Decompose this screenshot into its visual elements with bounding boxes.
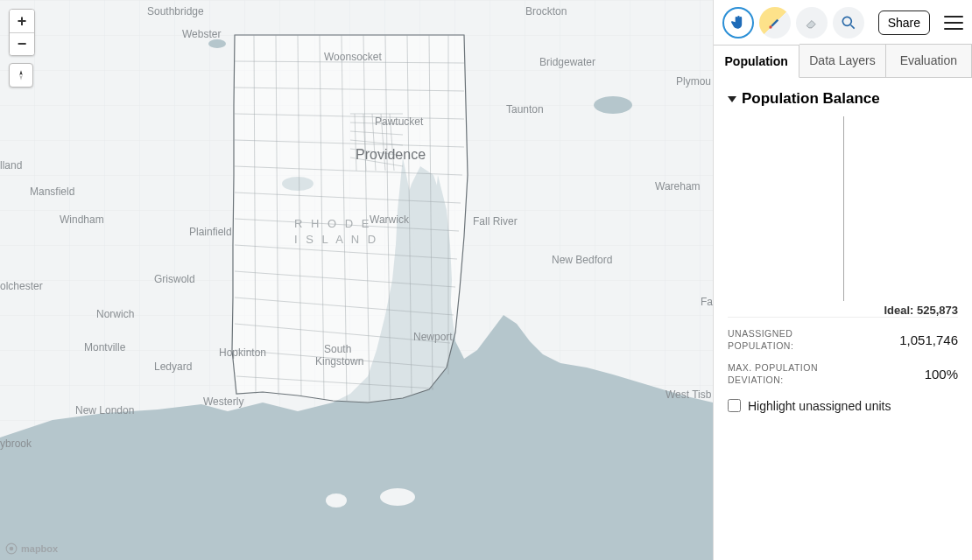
eraser-icon [803,14,821,32]
tab-evaluation[interactable]: Evaluation [886,44,972,77]
map-canvas [0,0,713,560]
stat-label: MAX. POPULATION DEVIATION: [728,362,850,386]
svg-point-3 [208,39,226,48]
compass-button[interactable] [9,63,33,88]
svg-point-5 [380,488,415,506]
stat-unassigned: UNASSIGNED POPULATION: 1,051,746 [728,323,958,357]
side-panel: Share Population Data Layers Evaluation … [713,0,972,560]
highlight-unassigned-checkbox[interactable] [728,399,741,412]
eraser-tool-button[interactable] [796,7,828,38]
tab-population[interactable]: Population [714,45,799,78]
svg-point-10 [842,17,851,25]
tabs: Population Data Layers Evaluation [714,44,972,78]
hamburger-icon [944,16,963,18]
svg-point-8 [10,547,14,551]
magnifier-icon [840,14,857,32]
stat-deviation: MAX. POPULATION DEVIATION: 100% [728,357,958,391]
population-panel: Population Balance Ideal: 525,873 UNASSI… [714,78,972,425]
mapbox-logo-icon [5,542,18,555]
zoom-control: + − [9,9,35,56]
ideal-label: Ideal: 525,873 [880,304,958,317]
attribution-text: mapbox [21,543,58,554]
svg-point-9 [769,25,771,28]
map-pane[interactable]: SouthbridgeWebsterWoonsocketBrocktonBrid… [0,0,713,560]
tab-data-layers[interactable]: Data Layers [799,44,885,77]
map-controls: + − [9,9,35,88]
panel-header[interactable]: Population Balance [728,90,958,108]
stat-value: 1,051,746 [899,332,958,347]
map-attribution: mapbox [5,542,58,555]
hand-icon [729,14,747,32]
stat-label: UNASSIGNED POPULATION: [728,328,850,352]
menu-button[interactable] [944,16,963,30]
svg-line-11 [851,25,855,29]
zoom-out-button[interactable]: − [10,32,34,55]
highlight-unassigned-label[interactable]: Highlight unassigned units [748,399,891,413]
toolbar: Share [714,0,972,44]
brush-tool-button[interactable] [759,7,791,38]
panel-title: Population Balance [742,90,880,108]
svg-point-4 [594,96,632,114]
ideal-line [843,116,844,301]
highlight-unassigned-row: Highlight unassigned units [728,392,958,413]
pan-tool-button[interactable] [722,7,754,38]
brush-icon [766,14,784,32]
population-balance-chart: Ideal: 525,873 [728,116,958,318]
svg-point-6 [326,494,347,508]
inspect-tool-button[interactable] [833,7,864,38]
stat-value: 100% [925,367,958,382]
chevron-down-icon [728,96,736,102]
compass-icon [15,69,27,81]
zoom-in-button[interactable]: + [10,10,34,32]
share-button[interactable]: Share [878,10,930,35]
